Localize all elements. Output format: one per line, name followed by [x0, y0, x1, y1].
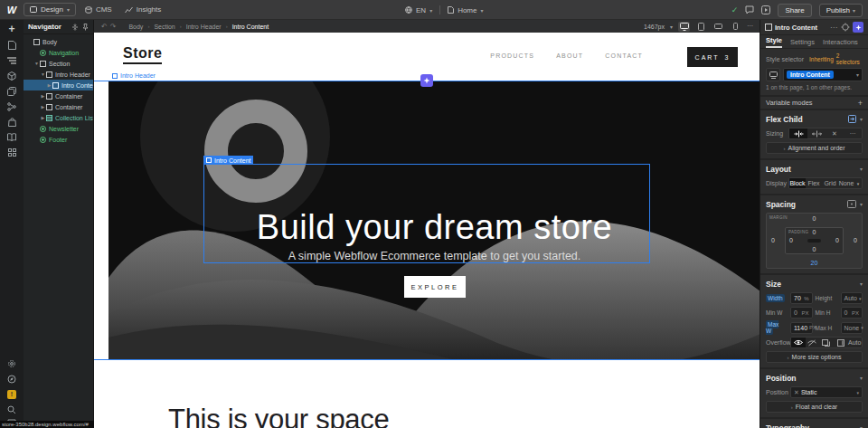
ai-assistant-button[interactable] — [853, 22, 863, 33]
tab-style[interactable]: Style — [766, 36, 782, 48]
next-section-heading[interactable]: This is your space — [168, 404, 389, 428]
share-button[interactable]: Share — [778, 4, 811, 17]
preview-icon[interactable] — [761, 5, 770, 14]
inheritance-menu-button[interactable] — [766, 68, 780, 81]
chevron-icon[interactable]: ▾ — [860, 424, 863, 428]
tree-item-body[interactable]: Body — [24, 36, 93, 47]
breadcrumb-item[interactable]: Intro Header — [186, 24, 222, 30]
overflow-hidden-option[interactable] — [806, 338, 820, 347]
store-logo[interactable]: Store — [123, 45, 162, 64]
breakpoint-desktop-icon[interactable] — [678, 22, 690, 32]
audit-panel-button[interactable]: ! — [0, 386, 24, 402]
width-label[interactable]: Width — [766, 294, 785, 302]
caret-right-icon[interactable]: ▶ — [40, 115, 46, 120]
overflow-auto-option[interactable]: Auto — [847, 338, 862, 347]
tab-interactions[interactable]: Interactions — [823, 38, 858, 48]
tab-settings[interactable]: Settings — [790, 38, 815, 48]
redo-icon[interactable]: ↷ — [110, 23, 117, 31]
ecommerce-button[interactable] — [0, 114, 24, 129]
display-more-dropdown[interactable]: ▾ — [854, 178, 862, 188]
flex-more-option[interactable]: ⋯ — [844, 128, 862, 138]
breakpoint-tablet-icon[interactable] — [695, 22, 707, 32]
pin-icon[interactable] — [82, 24, 89, 31]
caret-down-icon[interactable]: ▼ — [40, 71, 46, 77]
margin-left-value[interactable]: 0 — [771, 237, 775, 243]
more-size-options-button[interactable]: ›More size options — [766, 351, 863, 363]
add-variable-mode-button[interactable]: + — [858, 99, 863, 108]
tree-item-container[interactable]: ▶ Container — [24, 90, 93, 101]
min-width-input[interactable]: 0PX — [790, 307, 813, 319]
overflow-clip-option[interactable] — [819, 338, 834, 347]
chevron-icon[interactable]: ▾ — [860, 375, 863, 381]
caret-right-icon[interactable]: ▶ — [40, 93, 46, 99]
comments-icon[interactable] — [745, 5, 754, 14]
padding-right-value[interactable]: 0 — [835, 237, 839, 243]
breadcrumb-item-current[interactable]: Intro Content — [232, 24, 269, 30]
margin-bottom-value[interactable]: 20 — [767, 260, 862, 266]
tree-item-section[interactable]: ▼ Section — [24, 58, 93, 69]
tree-item-container[interactable]: ▶ Container — [24, 101, 93, 112]
chevron-icon[interactable]: ▾ — [860, 201, 863, 207]
display-flex-option[interactable]: Flex — [806, 178, 822, 188]
page-selector[interactable]: Home ▾ — [448, 6, 483, 14]
inherited-selectors-link[interactable]: 2 selectors — [836, 52, 863, 65]
more-options-icon[interactable]: ⋯ — [830, 24, 838, 32]
margin-right-value[interactable]: 0 — [854, 237, 857, 243]
libraries-button[interactable] — [0, 129, 24, 145]
chevron-icon[interactable]: ▾ — [860, 116, 863, 122]
settings-button[interactable] — [0, 356, 24, 371]
explore-button[interactable]: EXPLORE — [404, 276, 466, 298]
add-element-button[interactable]: + — [0, 20, 24, 37]
breakpoint-phone-icon[interactable] — [730, 22, 741, 32]
overflow-visible-option[interactable] — [791, 338, 806, 347]
navigator-button[interactable] — [0, 52, 24, 68]
create-component-icon[interactable] — [841, 23, 850, 32]
width-input[interactable]: 70% — [790, 292, 813, 304]
alignment-and-order-button[interactable]: ›Alignment and order — [766, 142, 863, 154]
tree-item-navigation[interactable]: Navigation — [24, 47, 93, 58]
tree-item-footer[interactable]: Footer — [24, 134, 93, 145]
position-select[interactable]: ✕ Static ▾ — [790, 386, 863, 398]
flex-shrink-option[interactable] — [789, 128, 807, 138]
breadcrumb-item[interactable]: Section — [154, 24, 175, 30]
webflow-logo[interactable]: W — [0, 5, 24, 15]
undo-icon[interactable]: ↶ — [101, 23, 108, 31]
variables-button[interactable] — [0, 99, 24, 114]
tree-item-collection-list[interactable]: ▶ Collection List Wra... — [24, 112, 93, 123]
class-selector-input[interactable]: Intro Content ▾ — [783, 68, 863, 81]
element-tag-intro-header[interactable]: Intro Header — [110, 72, 157, 79]
publish-button[interactable]: Publish ▾ — [819, 4, 863, 17]
float-and-clear-button[interactable]: ›Float and clear — [766, 401, 863, 413]
overflow-scroll-option[interactable] — [834, 338, 848, 347]
max-width-input[interactable]: 1140PX — [790, 322, 813, 334]
max-height-input[interactable]: None▾ — [841, 322, 863, 334]
padding-bottom-value[interactable]: 0 — [786, 246, 843, 252]
design-mode-button[interactable]: Design ▾ — [24, 3, 76, 16]
canvas-width-value[interactable]: 1467px — [644, 24, 665, 30]
tree-item-intro-content[interactable]: ▶ Intro Content — [24, 80, 93, 90]
pages-button[interactable] — [0, 37, 24, 52]
flex-grow-option[interactable] — [807, 128, 826, 138]
collapse-all-icon[interactable] — [71, 24, 79, 31]
display-none-option[interactable]: None — [838, 178, 854, 188]
min-height-input[interactable]: 0PX — [841, 307, 863, 319]
tree-item-newsletter[interactable]: Newsletter — [24, 123, 93, 134]
cart-button[interactable]: CART 3 — [687, 47, 738, 67]
display-grid-option[interactable]: Grid — [822, 178, 838, 188]
margin-top-value[interactable]: 0 — [767, 215, 862, 222]
element-tag-intro-content[interactable]: Intro Content — [203, 156, 253, 165]
components-button[interactable] — [0, 68, 24, 83]
more-breakpoints-icon[interactable]: ⋯ — [747, 23, 753, 30]
max-width-label[interactable]: Max W — [766, 320, 778, 335]
breadcrumb-item[interactable]: Body — [128, 24, 143, 30]
spacing-widget[interactable]: MARGIN 0 0 0 20 PADDING 0 0 0 0 — [766, 213, 863, 269]
class-pill[interactable]: Intro Content — [787, 71, 834, 79]
language-selector[interactable]: EN ▾ — [405, 6, 432, 14]
padding-top-value[interactable]: 0 — [786, 229, 843, 235]
nav-link-products[interactable]: PRODUCTS — [490, 52, 534, 59]
apps-button[interactable] — [0, 145, 24, 160]
assets-button[interactable] — [0, 83, 24, 99]
caret-right-icon[interactable]: ▶ — [40, 104, 46, 109]
display-block-option[interactable]: Block — [789, 178, 806, 188]
flex-none-option[interactable]: ✕ — [826, 128, 844, 138]
